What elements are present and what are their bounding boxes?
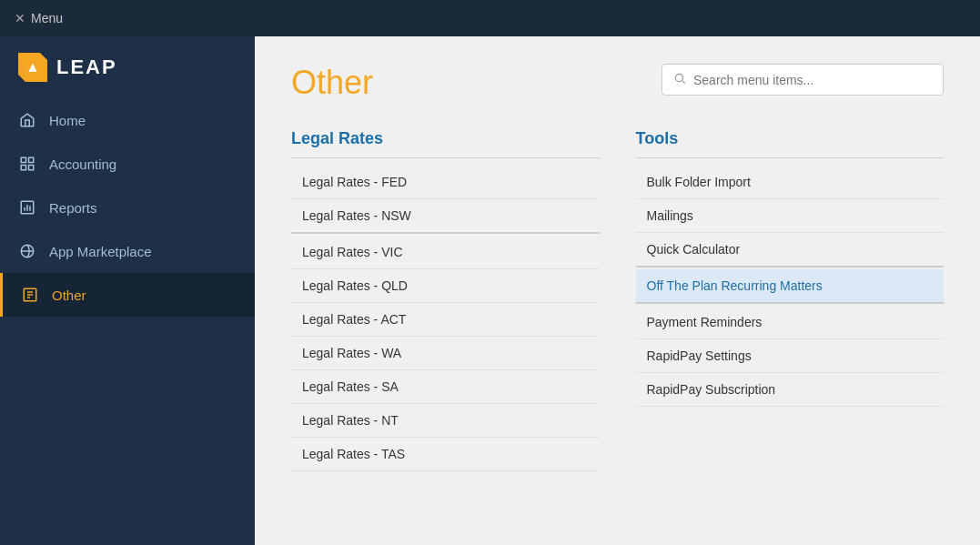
svg-rect-2 — [21, 166, 25, 170]
list-item-off-the-plan[interactable]: Off The Plan Recurring Matters — [636, 269, 945, 304]
list-item[interactable]: Mailings — [636, 199, 945, 233]
reports-icon — [18, 198, 36, 217]
list-item[interactable]: Legal Rates - ACT — [291, 303, 600, 337]
list-item[interactable]: Legal Rates - SA — [291, 370, 600, 404]
sidebar: ▲ LEAP Home Accounting — [0, 36, 255, 545]
logo-area: ▲ LEAP — [0, 36, 255, 98]
search-input[interactable] — [693, 73, 932, 87]
list-item[interactable]: Bulk Folder Import — [636, 166, 945, 199]
marketplace-icon — [18, 242, 36, 260]
list-item[interactable]: Legal Rates - TAS — [291, 438, 600, 471]
list-item[interactable]: Legal Rates - VIC — [291, 236, 600, 269]
list-item[interactable]: Legal Rates - QLD — [291, 269, 600, 303]
legal-rates-title: Legal Rates — [291, 129, 600, 158]
tools-title: Tools — [636, 129, 945, 158]
close-icon: ✕ — [15, 11, 25, 25]
page-title: Other — [291, 64, 373, 102]
sidebar-item-reports[interactable]: Reports — [0, 186, 255, 229]
list-item[interactable]: RapidPay Subscription — [636, 373, 945, 407]
search-box — [662, 64, 944, 96]
layout: ▲ LEAP Home Accounting — [0, 36, 980, 545]
svg-point-13 — [675, 74, 682, 81]
sidebar-item-home-label: Home — [49, 113, 86, 128]
menu-button[interactable]: ✕ Menu — [15, 11, 63, 25]
list-item[interactable]: Legal Rates - NT — [291, 404, 600, 438]
top-bar: ✕ Menu — [0, 0, 980, 36]
main-content: Other Legal Rates Legal Rates - FED Lega… — [255, 36, 980, 545]
list-item[interactable]: RapidPay Settings — [636, 339, 945, 373]
svg-rect-3 — [29, 166, 34, 170]
list-item[interactable]: Quick Calculator — [636, 233, 945, 267]
tools-section: Tools Bulk Folder Import Mailings Quick … — [636, 129, 945, 471]
svg-rect-0 — [21, 157, 25, 162]
list-item[interactable]: Legal Rates - FED — [291, 166, 600, 199]
legal-rates-section: Legal Rates Legal Rates - FED Legal Rate… — [291, 129, 600, 471]
list-item[interactable]: Legal Rates - NSW — [291, 199, 600, 234]
sidebar-item-marketplace[interactable]: App Marketplace — [0, 229, 255, 273]
sidebar-item-other[interactable]: Other — [0, 273, 255, 317]
tools-list: Bulk Folder Import Mailings Quick Calcul… — [636, 166, 945, 407]
svg-line-14 — [682, 81, 685, 84]
sidebar-item-marketplace-label: App Marketplace — [49, 244, 152, 259]
sidebar-item-accounting[interactable]: Accounting — [0, 142, 255, 186]
legal-rates-list: Legal Rates - FED Legal Rates - NSW Lega… — [291, 166, 600, 471]
other-icon — [21, 286, 39, 304]
list-item[interactable]: Legal Rates - WA — [291, 337, 600, 370]
content-grid: Legal Rates Legal Rates - FED Legal Rate… — [291, 129, 944, 471]
accounting-icon — [18, 155, 36, 173]
svg-rect-1 — [29, 157, 34, 162]
sidebar-item-other-label: Other — [52, 288, 86, 303]
main-header: Other — [291, 64, 944, 102]
home-icon — [18, 111, 36, 129]
search-icon — [673, 72, 686, 87]
sidebar-item-home[interactable]: Home — [0, 98, 255, 142]
leap-logo-text: LEAP — [56, 56, 117, 79]
leap-logo-icon: ▲ — [18, 53, 47, 82]
sidebar-item-reports-label: Reports — [49, 200, 97, 216]
sidebar-item-accounting-label: Accounting — [49, 156, 116, 172]
menu-label: Menu — [31, 11, 63, 25]
list-item[interactable]: Payment Reminders — [636, 306, 945, 339]
